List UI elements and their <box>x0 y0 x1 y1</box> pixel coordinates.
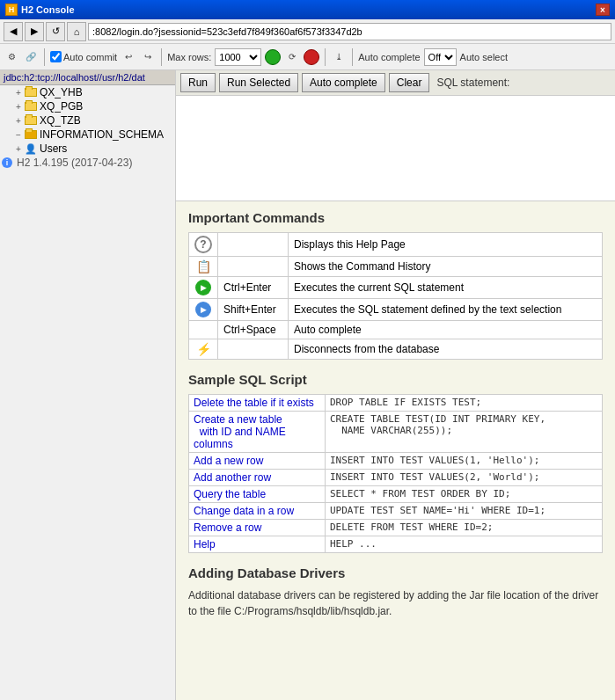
toolbar-separator-4 <box>352 48 353 66</box>
tree-label-version: H2 1.4.195 (2017-04-23) <box>17 157 132 169</box>
sample-code-insert1: INSERT INTO TEST VALUES(1, 'Hello'); <box>326 453 603 470</box>
tree-label-infoschema: INFORMATION_SCHEMA <box>40 128 164 141</box>
sql-statement-label: SQL statement: <box>436 77 509 89</box>
cmd-row-shift-enter: ▶ Shift+Enter Executes the SQL statement… <box>189 299 603 321</box>
cmd-row-ctrl-space: Ctrl+Space Auto complete <box>189 321 603 339</box>
sample-row-insert2: Add another row INSERT INTO TEST VALUES(… <box>189 470 603 486</box>
autocommit-checkbox[interactable] <box>50 51 62 62</box>
folder-icon-qxyhb <box>25 86 37 98</box>
toolbar-icon-5[interactable]: ⟳ <box>284 49 300 65</box>
expand-icon-xqpgb: + <box>12 102 25 112</box>
sample-cmd-insert2: Add another row <box>189 470 326 486</box>
sql-editor[interactable] <box>176 96 615 201</box>
toolbar-icon-6[interactable]: ⤓ <box>331 49 347 65</box>
sample-cmd-delete: Delete the table if it exists <box>189 395 326 412</box>
cmd-desc-shift-enter: Executes the SQL statement defined by th… <box>289 299 603 321</box>
sql-toolbar: Run Run Selected Auto complete Clear SQL… <box>176 70 615 96</box>
autocomplete-toolbar-label: Auto complete <box>358 52 420 62</box>
cmd-icon-autocomplete <box>189 321 218 339</box>
drivers-section: Additional database drivers can be regis… <box>188 587 603 628</box>
sample-cmd-update: Change data in a row <box>189 503 326 520</box>
toolbar-separator-2 <box>161 48 162 66</box>
cmd-row-help: ? Displays this Help Page <box>189 233 603 257</box>
cmd-icon-run: ▶ <box>189 277 218 299</box>
db-path: jdbc:h2:tcp://localhost//usr/h2/dat <box>0 70 175 85</box>
cmd-desc-help: Displays this Help Page <box>289 233 603 257</box>
sample-row-create: Create a new table with ID and NAME colu… <box>189 412 603 453</box>
tree-label-xqtzb: XQ_TZB <box>40 114 81 127</box>
toolbar-icon-1[interactable]: ⚙ <box>4 49 19 65</box>
sample-cmd-insert1: Add a new row <box>189 453 326 470</box>
tree-item-information-schema[interactable]: − INFORMATION_SCHEMA <box>0 128 175 142</box>
autocommit-label: Auto commit <box>50 51 117 62</box>
back-button[interactable]: ◀ <box>4 22 23 41</box>
toolbar-icon-3[interactable]: ↩ <box>121 49 136 65</box>
toolbar-separator-3 <box>325 48 326 66</box>
tree-item-users[interactable]: + 👤 Users <box>0 142 175 156</box>
window-title: H2 Console <box>21 4 75 15</box>
cmd-key-history <box>218 257 289 277</box>
sample-code-delete2: DELETE FROM TEST WHERE ID=2; <box>326 520 603 536</box>
sample-row-help: Help HELP ... <box>189 536 603 553</box>
sample-code-select: SELECT * FROM TEST ORDER BY ID; <box>326 486 603 503</box>
sample-row-insert1: Add a new row INSERT INTO TEST VALUES(1,… <box>189 453 603 470</box>
cmd-desc-history: Shows the Command History <box>289 257 603 277</box>
sample-cmd-delete2: Remove a row <box>189 520 326 536</box>
sample-sql-table: Delete the table if it exists DROP TABLE… <box>188 394 603 553</box>
tree-label-users: Users <box>40 142 67 155</box>
tree-item-qx-yhb[interactable]: + QX_YHB <box>0 85 175 99</box>
toolbar-icon-4[interactable]: ↪ <box>140 49 156 65</box>
help-content: Important Commands ? Displays this Help … <box>176 201 615 700</box>
cmd-icon-history: 📋 <box>189 257 218 277</box>
folder-icon-xqpgb <box>25 100 37 113</box>
users-icon: 👤 <box>25 142 37 155</box>
left-panel: jdbc:h2:tcp://localhost//usr/h2/dat + QX… <box>0 70 176 700</box>
cmd-icon-disconnect: ⚡ <box>189 339 218 360</box>
cmd-icon-sel: ▶ <box>189 299 218 321</box>
sample-row-select: Query the table SELECT * FROM TEST ORDER… <box>189 486 603 503</box>
cmd-key-disconnect <box>218 339 289 360</box>
cmd-row-history: 📋 Shows the Command History <box>189 257 603 277</box>
toolbar-separator-1 <box>44 48 45 66</box>
tree-label-xqpgb: XQ_PGB <box>40 100 83 113</box>
cmd-icon-help: ? <box>189 233 218 257</box>
cmd-key-ctrl-space: Ctrl+Space <box>218 321 289 339</box>
navigation-bar: ◀ ▶ ↺ ⌂ <box>0 19 615 44</box>
autoselect-label: Auto select <box>460 52 508 62</box>
sample-row-update: Change data in a row UPDATE TEST SET NAM… <box>189 503 603 520</box>
tree-item-xq-tzb[interactable]: + XQ_TZB <box>0 113 175 128</box>
sample-code-helprow: HELP ... <box>326 536 603 553</box>
close-button[interactable]: × <box>596 4 610 16</box>
important-commands-title: Important Commands <box>188 210 603 225</box>
address-input[interactable] <box>88 23 611 40</box>
sample-sql-title: Sample SQL Script <box>188 372 603 387</box>
drivers-title: Adding Database Drivers <box>188 565 603 580</box>
stop-button[interactable] <box>304 49 319 65</box>
toolbar-icon-2[interactable]: 🔗 <box>23 49 39 65</box>
autocomplete-button[interactable]: Auto complete <box>302 73 385 92</box>
sample-code-delete: DROP TABLE IF EXISTS TEST; <box>326 395 603 412</box>
sample-code-create: CREATE TABLE TEST(ID INT PRIMARY KEY, NA… <box>326 412 603 453</box>
cmd-key-help <box>218 233 289 257</box>
run-sql-button[interactable]: Run <box>180 73 216 92</box>
run-selected-button[interactable]: Run Selected <box>219 73 298 92</box>
main-area: jdbc:h2:tcp://localhost//usr/h2/dat + QX… <box>0 70 615 700</box>
refresh-button[interactable]: ↺ <box>46 22 65 41</box>
cmd-key-shift-enter: Shift+Enter <box>218 299 289 321</box>
folder-open-icon-infoschema <box>25 128 37 141</box>
maxrows-label: Max rows: <box>167 52 211 62</box>
drivers-text: Additional database drivers can be regis… <box>188 587 603 619</box>
expand-icon-xqtzb: + <box>12 116 25 126</box>
run-button-green[interactable] <box>265 49 281 65</box>
right-panel: Run Run Selected Auto complete Clear SQL… <box>176 70 615 700</box>
clear-button[interactable]: Clear <box>389 73 430 92</box>
forward-button[interactable]: ▶ <box>25 22 44 41</box>
expand-icon-qxyhb: + <box>12 88 25 98</box>
maxrows-select[interactable]: 1000 10 100 10000 <box>215 48 261 66</box>
expand-icon-infoschema: − <box>12 130 25 140</box>
sample-cmd-create: Create a new table with ID and NAME colu… <box>189 412 326 453</box>
home-button[interactable]: ⌂ <box>67 22 86 41</box>
tree-item-xq-pgb[interactable]: + XQ_PGB <box>0 99 175 113</box>
sample-cmd-select: Query the table <box>189 486 326 503</box>
autocomplete-select[interactable]: Off On <box>424 48 457 66</box>
